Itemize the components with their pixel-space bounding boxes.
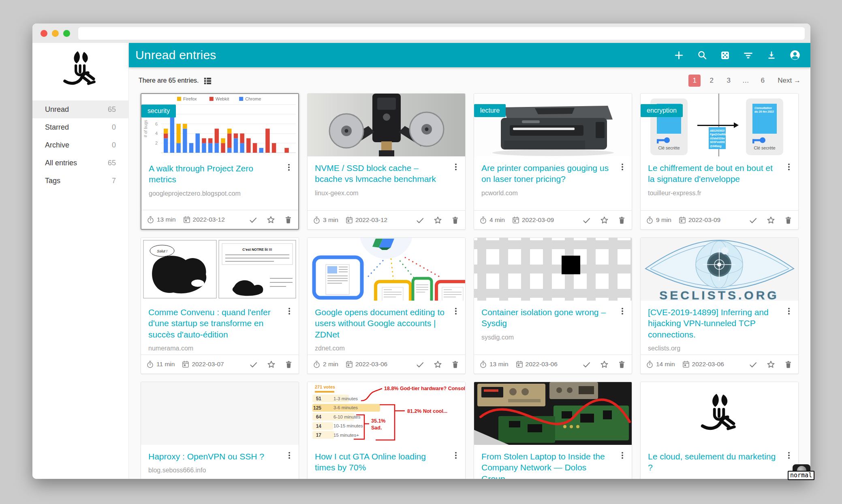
- export-icon[interactable]: [766, 50, 777, 60]
- mark-read-button[interactable]: [582, 360, 591, 369]
- star-button[interactable]: [766, 216, 776, 225]
- kebab-menu-icon[interactable]: [784, 451, 793, 460]
- mark-read-button[interactable]: [582, 216, 591, 225]
- entry-title-link[interactable]: Le chiffrement de bout en bout et la sig…: [648, 162, 791, 185]
- svg-text:6: 6: [155, 122, 158, 126]
- entry-title-link[interactable]: A walk through Project Zero metrics: [149, 163, 291, 185]
- minimize-button[interactable]: [52, 30, 59, 37]
- entry-title-link[interactable]: Comme Convenu : quand l'enfer d'une star…: [148, 307, 291, 340]
- sidebar-item-tags[interactable]: Tags 7: [32, 172, 128, 190]
- delete-button[interactable]: [284, 216, 293, 224]
- sidebar-item-label: Archive: [45, 141, 69, 149]
- tag-chip[interactable]: encryption: [641, 104, 683, 117]
- card-thumbnail[interactable]: [308, 94, 465, 156]
- kebab-menu-icon[interactable]: [451, 307, 460, 316]
- filter-icon[interactable]: [743, 50, 754, 61]
- list-view-icon[interactable]: [203, 76, 212, 85]
- star-button[interactable]: [600, 216, 609, 225]
- entry-title-link[interactable]: Are printer companies gouging us on lase…: [481, 162, 624, 185]
- star-button[interactable]: [766, 360, 776, 369]
- card-footer: 4 min 2022-03-09: [474, 210, 632, 229]
- page-link[interactable]: 3: [722, 75, 735, 87]
- card-footer: 2 min 2022-03-06: [308, 355, 465, 374]
- entry-source: googleprojectzero.blogspot.com: [149, 190, 291, 197]
- sidebar-item-all-entries[interactable]: All entries 65: [32, 154, 128, 172]
- sidebar-item-count: 0: [112, 123, 116, 132]
- delete-button[interactable]: [618, 360, 626, 369]
- card-thumbnail[interactable]: SECLISTS.ORG: [641, 238, 798, 301]
- card-thumbnail[interactable]: [308, 238, 465, 301]
- mark-read-button[interactable]: [249, 360, 258, 369]
- calendar-icon: [678, 216, 686, 224]
- kebab-menu-icon[interactable]: [618, 162, 627, 171]
- entry-title-link[interactable]: Container isolation gone wrong – Sysdig: [481, 307, 624, 329]
- card-thumbnail[interactable]: Clé secrète AB12#D915Fga@GsdfdsGDds01Dbv…: [641, 94, 798, 156]
- kebab-menu-icon[interactable]: [451, 162, 460, 171]
- svg-text:SECLISTS.ORG: SECLISTS.ORG: [659, 288, 779, 301]
- sidebar-item-starred[interactable]: Starred 0: [32, 118, 128, 136]
- account-icon[interactable]: [789, 49, 801, 61]
- maximize-button[interactable]: [63, 30, 70, 37]
- entry-title-link[interactable]: [CVE-2019-14899] Inferring and hijacking…: [648, 307, 791, 340]
- next-page-link[interactable]: Next →: [778, 77, 801, 85]
- close-button[interactable]: [41, 30, 47, 37]
- sidebar-item-count: 65: [108, 159, 116, 167]
- kebab-menu-icon[interactable]: [784, 307, 793, 316]
- delete-button[interactable]: [784, 216, 793, 224]
- sidebar-item-archive[interactable]: Archive 0: [32, 136, 128, 154]
- mark-read-button[interactable]: [748, 360, 758, 369]
- kebab-menu-icon[interactable]: [618, 307, 627, 316]
- url-input[interactable]: [78, 27, 805, 40]
- entry-card: Clé secrète AB12#D915Fga@GsdfdsGDds01Dbv…: [640, 93, 799, 230]
- delete-button[interactable]: [451, 360, 459, 369]
- page-link[interactable]: 6: [757, 75, 769, 87]
- svg-text:Chrome: Chrome: [245, 96, 261, 101]
- entry-title-link[interactable]: NVME / SSD block cache – bcache vs lvmca…: [315, 162, 458, 185]
- star-button[interactable]: [433, 216, 442, 225]
- page-current[interactable]: 1: [688, 75, 701, 87]
- mark-read-button[interactable]: [415, 360, 425, 369]
- add-icon[interactable]: [673, 50, 684, 61]
- star-button[interactable]: [433, 360, 442, 369]
- star-button[interactable]: [600, 360, 609, 369]
- mark-read-button[interactable]: [415, 216, 425, 225]
- card-thumbnail[interactable]: [474, 238, 632, 301]
- entry-title-link[interactable]: Le cloud, seulement du marketing ?: [648, 451, 791, 473]
- sidebar-item-unread[interactable]: Unread 65: [32, 100, 128, 118]
- mark-read-button[interactable]: [748, 216, 758, 225]
- card-thumbnail[interactable]: 2468FirefoxWebkitChrome# of bugs securit…: [141, 94, 298, 157]
- kebab-menu-icon[interactable]: [284, 163, 293, 172]
- delete-button[interactable]: [451, 216, 459, 224]
- delete-button[interactable]: [284, 360, 293, 369]
- tag-chip[interactable]: lecture: [474, 104, 506, 117]
- star-button[interactable]: [266, 215, 276, 224]
- entry-title-link[interactable]: From Stolen Laptop to Inside the Company…: [481, 451, 624, 479]
- kebab-menu-icon[interactable]: [285, 451, 294, 460]
- star-button[interactable]: [267, 360, 276, 369]
- card-actions: [415, 216, 459, 225]
- card-thumbnail[interactable]: 271 votes 51 1-3 minutes 125 3-6 minutes…: [308, 382, 465, 445]
- kebab-menu-icon[interactable]: [618, 451, 627, 460]
- random-icon[interactable]: [720, 50, 730, 60]
- card-thumbnail[interactable]: Salut ! C'est NOTRE lit !!!: [141, 238, 299, 301]
- entry-title-link[interactable]: Haproxy : OpenVPN ou SSH ?: [148, 451, 291, 462]
- delete-button[interactable]: [618, 216, 626, 224]
- browser-chrome: [32, 23, 810, 43]
- kebab-menu-icon[interactable]: [285, 307, 294, 316]
- card-thumbnail[interactable]: [474, 382, 632, 445]
- mark-read-button[interactable]: [248, 215, 258, 224]
- tag-chip[interactable]: security: [141, 105, 176, 117]
- entry-title-link[interactable]: Google opens document editing to users w…: [315, 307, 458, 340]
- delete-button[interactable]: [784, 360, 793, 369]
- svg-text:# of bugs: # of bugs: [143, 120, 148, 137]
- entry-title-link[interactable]: How I cut GTA Online loading times by 70…: [315, 451, 458, 473]
- page-link[interactable]: …: [739, 75, 752, 87]
- search-icon[interactable]: [697, 50, 707, 60]
- card-thumbnail[interactable]: lecture: [474, 94, 632, 156]
- page-title: Unread entries: [135, 48, 216, 62]
- kebab-menu-icon[interactable]: [784, 162, 793, 171]
- page-link[interactable]: 2: [705, 75, 718, 87]
- card-thumbnail[interactable]: [141, 382, 299, 445]
- card-thumbnail[interactable]: [641, 382, 798, 445]
- kebab-menu-icon[interactable]: [451, 451, 460, 460]
